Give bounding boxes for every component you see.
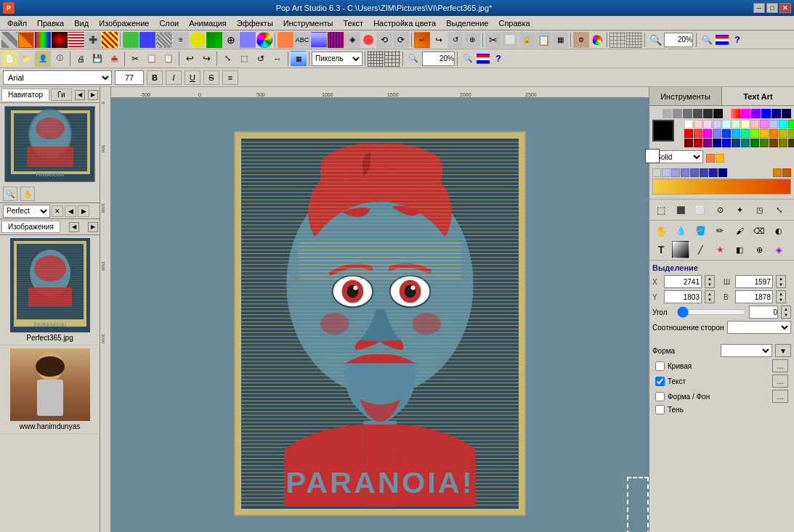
tb-icon35[interactable] <box>592 35 602 45</box>
swatch[interactable] <box>779 129 787 138</box>
swatch[interactable] <box>706 154 715 163</box>
spinner-up[interactable]: ▲ <box>705 276 714 282</box>
tb2-print[interactable]: 🖨 <box>73 51 89 67</box>
nav-zoom-out[interactable]: 🔍 <box>3 187 17 201</box>
swatch[interactable] <box>703 129 712 138</box>
text-tool[interactable]: T <box>652 241 670 258</box>
pencil-tool[interactable]: ✏ <box>711 222 729 240</box>
tb-icon20[interactable] <box>328 32 344 48</box>
smudge-tool[interactable]: ◐ <box>770 222 787 240</box>
shape-tool[interactable]: ★ <box>711 241 729 258</box>
menu-text[interactable]: Текст <box>339 17 368 29</box>
swatch[interactable] <box>684 120 693 128</box>
text-check[interactable] <box>655 377 665 386</box>
brush-tool[interactable]: 🖌 <box>731 222 748 240</box>
spinner-up[interactable]: ▲ <box>705 291 714 297</box>
gradient-swatch[interactable] <box>731 109 740 118</box>
tab-text-art[interactable]: Text Art <box>722 87 794 105</box>
eyedropper-tool[interactable]: 💧 <box>672 222 689 240</box>
tb-open[interactable] <box>18 32 34 48</box>
tb-icon23[interactable]: ⟲ <box>376 32 392 48</box>
tb-color1[interactable] <box>35 32 51 48</box>
gradient-swatch[interactable] <box>761 109 771 118</box>
wide-gradient-bar[interactable] <box>652 179 791 195</box>
tb2-undo[interactable]: ↩ <box>182 51 198 67</box>
tb-pattern1[interactable] <box>68 32 84 48</box>
tb2-transform[interactable]: ⤡ <box>219 51 235 67</box>
shape-dots-button[interactable]: … <box>772 390 788 403</box>
tb-zoom-out[interactable]: 🔍 <box>647 32 663 48</box>
tb-icon34[interactable]: ⚙ <box>573 32 589 48</box>
images-tab[interactable]: Изображения <box>1 221 60 233</box>
text-dots-button[interactable]: … <box>772 375 788 388</box>
tb2-paste[interactable]: 📋 <box>161 51 177 67</box>
swatch[interactable] <box>769 129 778 138</box>
eraser-tool[interactable]: ⌫ <box>750 222 768 240</box>
tb2-icon2[interactable]: 📁 <box>18 51 34 67</box>
bold-button[interactable]: B <box>147 70 163 85</box>
tb2-rotate[interactable]: ↺ <box>253 51 269 67</box>
swatch[interactable] <box>750 129 759 138</box>
swatch[interactable] <box>741 139 750 147</box>
swatch[interactable] <box>750 120 759 128</box>
h-spinner[interactable]: ▲ ▼ <box>776 290 786 303</box>
spinner-up[interactable]: ▲ <box>782 306 790 312</box>
crop-tool[interactable]: ◳ <box>750 201 768 218</box>
effect-tool[interactable]: ◈ <box>770 241 787 258</box>
swatch[interactable] <box>713 129 721 138</box>
titlebar-controls[interactable]: ─ □ ✕ <box>753 3 791 13</box>
font-size-input[interactable] <box>115 70 144 85</box>
tb-icon27[interactable]: ↺ <box>447 32 463 48</box>
tb-icon26[interactable]: ↪ <box>431 32 447 48</box>
list-item[interactable]: www.hanimdunyas <box>0 345 100 434</box>
grad-swatch[interactable] <box>671 168 680 177</box>
x-spinner[interactable]: ▲ ▼ <box>705 275 715 288</box>
tb-icon28[interactable]: ⊕ <box>464 32 480 48</box>
gi-tab[interactable]: Ги <box>51 89 71 101</box>
gradient-swatch[interactable] <box>751 109 761 118</box>
swatch[interactable] <box>703 120 712 128</box>
tb-icon16[interactable] <box>256 32 272 48</box>
close-button[interactable]: ✕ <box>779 3 791 13</box>
swatch[interactable] <box>779 120 787 128</box>
tb2-save[interactable]: 💾 <box>89 51 105 67</box>
layer-del[interactable]: ✕ <box>52 205 63 217</box>
swatch[interactable] <box>760 139 769 147</box>
swatch[interactable] <box>713 120 721 128</box>
tb2-icon4[interactable]: ⓘ <box>52 51 68 67</box>
tb-icon12[interactable] <box>190 32 206 48</box>
tb2-grid-icon[interactable] <box>368 51 384 67</box>
tb-icon13[interactable] <box>206 32 222 48</box>
special-swatch[interactable] <box>713 109 723 118</box>
italic-button[interactable]: I <box>166 70 182 85</box>
y-input[interactable] <box>664 290 702 303</box>
menu-tools[interactable]: Инструменты <box>279 17 338 29</box>
spinner-down[interactable]: ▼ <box>705 282 714 287</box>
images-right-arrow[interactable]: ▶ <box>88 222 98 232</box>
tb-help[interactable]: ? <box>729 32 745 48</box>
gradient-swatch[interactable] <box>741 109 750 118</box>
y-spinner[interactable]: ▲ ▼ <box>705 290 715 303</box>
tb-grid2[interactable] <box>626 32 642 48</box>
spinner-down[interactable]: ▼ <box>705 297 714 303</box>
nav-left-arrow[interactable]: ◀ <box>75 90 85 100</box>
tb2-grid2-icon[interactable] <box>384 51 400 67</box>
grad-swatch[interactable] <box>690 168 699 177</box>
tb-icon10[interactable] <box>156 32 172 48</box>
tb-checkers[interactable] <box>102 32 118 48</box>
layer-add[interactable]: ◀ <box>65 205 76 217</box>
swatch[interactable] <box>722 139 731 147</box>
tb2-layers[interactable]: ▦ <box>291 51 307 67</box>
menu-effects[interactable]: Эффекты <box>232 17 278 29</box>
tb2-cut[interactable]: ✂ <box>127 51 143 67</box>
tb-flag[interactable] <box>716 35 729 45</box>
menu-layers[interactable]: Слои <box>155 17 183 29</box>
tb-icon8[interactable] <box>123 32 139 48</box>
grad-swatch[interactable] <box>718 168 727 177</box>
menu-file[interactable]: Файл <box>3 17 31 29</box>
tb-icon32[interactable]: 📋 <box>535 32 551 48</box>
underline-button[interactable]: U <box>185 70 200 85</box>
resize-tool[interactable]: ⤡ <box>770 201 787 218</box>
tb2-zoom-in2[interactable]: 🔍 <box>460 51 476 67</box>
pattern-tool[interactable]: ◧ <box>731 241 748 258</box>
